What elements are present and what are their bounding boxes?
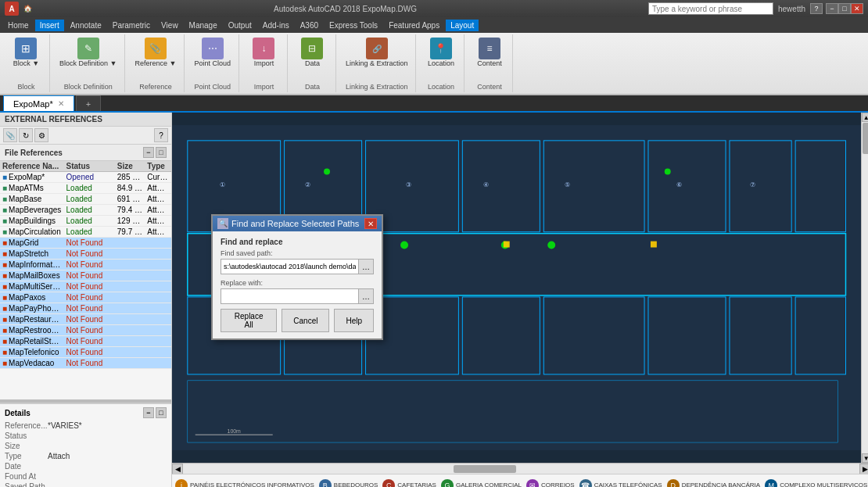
table-row[interactable]: ■ MapBase Loaded 691 KB Attach — [0, 194, 171, 205]
ribbon-btn-data[interactable]: ⊟ Data — [298, 36, 326, 69]
xref-help-button[interactable]: ? — [154, 128, 168, 142]
ribbon-btn-block[interactable]: ⊞ Block ▼ — [10, 36, 42, 69]
ribbon-btn-point-cloud[interactable]: ⋯ Point Cloud — [191, 36, 234, 69]
row-status: Not Found — [64, 292, 115, 303]
dialog-replace-browse-button[interactable]: … — [358, 288, 374, 304]
scroll-thumb[interactable] — [863, 123, 868, 154]
app-icon: A — [5, 2, 19, 16]
minimize-button[interactable]: − — [826, 3, 838, 14]
ribbon-btn-import[interactable]: ↓ Import — [249, 36, 278, 69]
row-type — [145, 286, 171, 288]
close-button[interactable]: ✕ — [851, 3, 863, 14]
table-row[interactable]: ■ MapBuildings Loaded 129 KB Attach — [0, 216, 171, 227]
restore-button[interactable]: □ — [838, 3, 851, 14]
dialog-replace-label: Replace with: — [221, 279, 374, 287]
row-size — [115, 308, 145, 310]
menu-annotate[interactable]: Annotate — [66, 20, 106, 31]
vertical-scrollbar[interactable]: ▲ ▼ — [861, 113, 868, 463]
table-row[interactable]: ■ MapATMs Loaded 84.9 KB Attach — [0, 183, 171, 194]
ribbon: ⊞ Block ▼ Block ✎ Block Definition ▼ Blo… — [0, 33, 868, 95]
xref-settings-button[interactable]: ⚙ — [34, 128, 48, 142]
menu-output[interactable]: Output — [224, 20, 256, 31]
h-scroll-thumb[interactable] — [454, 465, 516, 473]
table-row[interactable]: ■ MapRetailStores Not Found — [0, 336, 171, 347]
menu-layout[interactable]: Layout — [446, 20, 479, 31]
dialog-icon: 🔍 — [217, 218, 228, 229]
help-button[interactable]: ? — [810, 3, 823, 14]
scroll-right-button[interactable]: ▶ — [859, 464, 868, 474]
tab-close-icon[interactable]: ✕ — [58, 99, 64, 108]
legend-text-5: CAIXAS TELEFÓNICAS — [594, 482, 662, 487]
col-header-name[interactable]: Reference Na... — [0, 161, 64, 171]
xref-refresh-button[interactable]: ↻ — [19, 128, 33, 142]
menu-view[interactable]: View — [156, 20, 183, 31]
replace-all-button[interactable]: Replace All — [221, 309, 277, 332]
dialog-title-bar: 🔍 Find and Replace Selected Paths ✕ — [213, 216, 382, 231]
table-row[interactable]: ■ MapGrid Not Found — [0, 238, 171, 249]
details-maximize-button[interactable]: □ — [156, 407, 167, 418]
table-row[interactable]: ■ ExpoMap* Opened 285 KB Current — [0, 172, 171, 183]
table-row[interactable]: ■ MapInformation Not Found — [0, 260, 171, 270]
file-icon: ■ — [2, 195, 7, 203]
table-row[interactable]: ■ MapStretch Not Found — [0, 249, 171, 260]
xref-attach-button[interactable]: 📎 — [3, 128, 17, 142]
row-name: MapRestaurants — [9, 315, 61, 324]
svg-rect-32 — [651, 242, 657, 248]
table-row[interactable]: ■ MapMultiServices Not Found — [0, 281, 171, 292]
file-ref-minimize-button[interactable]: − — [143, 147, 154, 158]
table-row[interactable]: ■ MapCirculation Loaded 79.7 KB Attach — [0, 227, 171, 238]
scroll-up-button[interactable]: ▲ — [862, 113, 868, 122]
menu-manage[interactable]: Manage — [185, 20, 222, 31]
ribbon-btn-location[interactable]: 📍 Location — [425, 36, 457, 69]
dialog-replace-input[interactable] — [221, 288, 358, 304]
tab-expomap[interactable]: ExpoMap* ✕ — [3, 95, 74, 111]
file-icon: ■ — [2, 184, 7, 192]
legend-icon-0: i — [175, 479, 188, 488]
drawing-area[interactable]: ① ② ③ ④ ⑤ ⑥ ⑦ 100m ▲ — [172, 113, 868, 463]
file-ref-maximize-button[interactable]: □ — [156, 147, 167, 158]
dialog-browse-button[interactable]: … — [358, 259, 374, 274]
details-minimize-button[interactable]: − — [143, 407, 154, 418]
row-type: Attach — [145, 183, 171, 193]
row-size — [115, 264, 145, 266]
row-name: MapBuildings — [9, 217, 56, 225]
row-status: Not Found — [64, 281, 115, 292]
ribbon-btn-block-def[interactable]: ✎ Block Definition ▼ — [56, 36, 120, 69]
menu-home[interactable]: Home — [3, 20, 34, 31]
search-input[interactable] — [648, 2, 773, 15]
col-header-type[interactable]: Type — [145, 161, 171, 171]
table-row[interactable]: ■ MapRestrooms Not Found — [0, 325, 171, 336]
table-row[interactable]: ■ MapMailBoxes Not Found — [0, 270, 171, 281]
table-row[interactable]: ■ MapBeverages Loaded 79.4 KB Attach — [0, 205, 171, 216]
menu-featured-apps[interactable]: Featured Apps — [384, 20, 444, 31]
menu-parametric[interactable]: Parametric — [108, 20, 155, 31]
col-header-status[interactable]: Status — [64, 161, 115, 171]
scroll-left-button[interactable]: ◀ — [172, 464, 183, 474]
cancel-button[interactable]: Cancel — [282, 309, 329, 332]
ribbon-btn-reference[interactable]: 📎 Reference ▼ — [131, 36, 179, 69]
col-header-size[interactable]: Size — [115, 161, 145, 171]
scroll-down-button[interactable]: ▼ — [862, 453, 868, 463]
table-row[interactable]: ■ MapPayPhones Not Found — [0, 303, 171, 314]
menu-a360[interactable]: A360 — [296, 20, 323, 31]
dialog-saved-path-input[interactable] — [221, 259, 358, 274]
menu-addins[interactable]: Add-ins — [258, 20, 294, 31]
help-button[interactable]: Help — [334, 309, 374, 332]
menu-insert[interactable]: Insert — [35, 20, 64, 31]
svg-text:③: ③ — [406, 181, 411, 188]
table-row[interactable]: ■ MapRestaurants Not Found — [0, 314, 171, 325]
table-row[interactable]: ■ MapTelefonico Not Found — [0, 347, 171, 358]
ribbon-btn-linking[interactable]: 🔗 Linking & Extraction — [343, 36, 411, 69]
svg-text:⑤: ⑤ — [565, 181, 570, 188]
file-icon: ■ — [2, 304, 7, 313]
table-row[interactable]: ■ MapVedacao Not Found — [0, 358, 171, 369]
menu-express-tools[interactable]: Express Tools — [325, 20, 382, 31]
tab-new[interactable]: + — [76, 95, 101, 111]
ribbon-btn-content[interactable]: ≡ Content — [474, 36, 505, 69]
legend-item-2: C CAFETARIAS — [382, 479, 436, 488]
detail-label: Type — [5, 452, 48, 460]
file-icon: ■ — [2, 173, 7, 181]
horizontal-scrollbar[interactable]: ◀ ▶ — [172, 463, 868, 474]
dialog-close-button[interactable]: ✕ — [364, 218, 377, 229]
table-row[interactable]: ■ MapPaxos Not Found — [0, 292, 171, 303]
